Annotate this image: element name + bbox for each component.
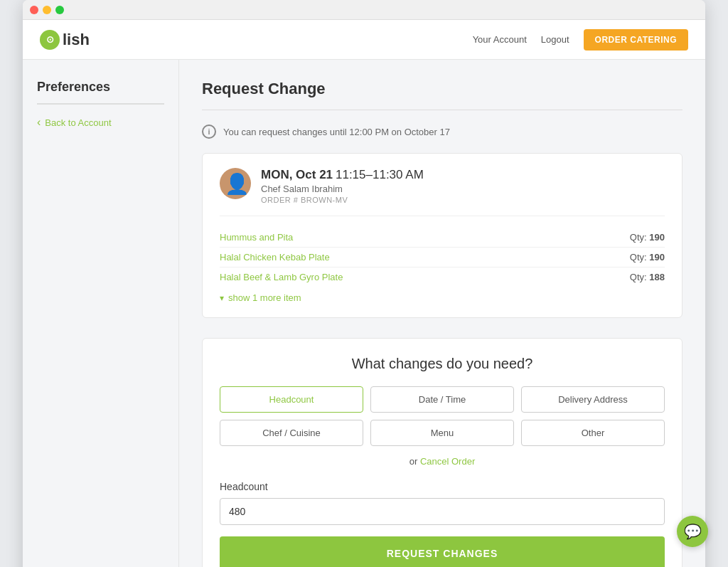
order-item: Hummus and Pita Qty: 190	[220, 228, 665, 248]
headcount-input[interactable]	[220, 498, 665, 525]
order-catering-button[interactable]: ORDER CATERING	[584, 29, 688, 51]
order-date-time: MON, Oct 21 11:15–11:30 AM	[261, 168, 424, 182]
logo-text: lish	[63, 31, 90, 49]
order-item: Halal Beef & Lamb Gyro Plate Qty: 188	[220, 267, 665, 287]
maximize-dot[interactable]	[55, 6, 64, 14]
other-button[interactable]: Other	[521, 420, 665, 446]
navbar: ⊙ lish Your Account Logout ORDER CATERIN…	[23, 20, 705, 60]
logout-link[interactable]: Logout	[541, 34, 569, 45]
info-icon: i	[202, 124, 216, 139]
info-text: You can request changes until 12:00 PM o…	[223, 127, 450, 137]
menu-button[interactable]: Menu	[370, 420, 514, 446]
order-info: MON, Oct 21 11:15–11:30 AM Chef Salam Ib…	[261, 168, 424, 204]
cancel-order-row: or Cancel Order	[220, 456, 665, 467]
changes-section: What changes do you need? Headcount Date…	[202, 338, 682, 567]
show-more-label: show 1 more item	[228, 292, 301, 303]
order-chef: Chef Salam Ibrahim	[261, 184, 424, 194]
item-qty: Qty: 190	[630, 252, 665, 263]
your-account-link[interactable]: Your Account	[473, 34, 527, 45]
chef-cuisine-button[interactable]: Chef / Cuisine	[220, 420, 363, 446]
sidebar-title: Preferences	[37, 80, 164, 95]
sidebar: Preferences ‹ Back to Account	[23, 60, 179, 567]
chevron-down-icon: ▾	[220, 293, 224, 303]
chat-icon: 💬	[684, 523, 702, 540]
back-to-account-link[interactable]: ‹ Back to Account	[37, 116, 164, 129]
order-date: MON, Oct 21	[261, 168, 333, 181]
content-area: Request Change i You can request changes…	[179, 60, 705, 567]
delivery-address-button[interactable]: Delivery Address	[521, 386, 665, 413]
order-items-list: Hummus and Pita Qty: 190 Halal Chicken K…	[220, 228, 665, 287]
logo: ⊙ lish	[40, 30, 90, 50]
show-more-button[interactable]: ▾ show 1 more item	[220, 292, 665, 303]
item-qty: Qty: 190	[630, 232, 665, 243]
nav-links: Your Account Logout ORDER CATERING	[473, 29, 688, 51]
back-arrow-icon: ‹	[37, 116, 41, 129]
change-buttons-grid: Headcount Date / Time Delivery Address C…	[220, 386, 665, 446]
headcount-section: Headcount	[220, 481, 665, 525]
app-window: ⊙ lish Your Account Logout ORDER CATERIN…	[23, 0, 705, 567]
minimize-dot[interactable]	[43, 6, 51, 14]
cancel-prefix: or	[410, 456, 420, 467]
chat-bubble-button[interactable]: 💬	[677, 516, 708, 547]
date-time-button[interactable]: Date / Time	[370, 386, 514, 413]
item-name: Halal Beef & Lamb Gyro Plate	[220, 272, 343, 282]
item-qty: Qty: 188	[630, 272, 665, 282]
close-dot[interactable]	[30, 6, 38, 14]
headcount-label: Headcount	[220, 481, 665, 492]
titlebar	[23, 0, 705, 20]
info-bar: i You can request changes until 12:00 PM…	[202, 124, 682, 139]
request-changes-button[interactable]: REQUEST CHANGES	[220, 536, 665, 567]
avatar	[220, 168, 251, 199]
page-title: Request Change	[202, 80, 682, 98]
order-number: ORDER # BROWN-MV	[261, 196, 424, 204]
logo-icon: ⊙	[40, 30, 60, 50]
item-name: Hummus and Pita	[220, 232, 293, 243]
content-divider	[202, 110, 682, 110]
cancel-order-link[interactable]: Cancel Order	[420, 456, 475, 467]
back-label: Back to Account	[45, 117, 111, 128]
order-card: MON, Oct 21 11:15–11:30 AM Chef Salam Ib…	[202, 153, 682, 318]
item-name: Halal Chicken Kebab Plate	[220, 252, 330, 263]
main-layout: Preferences ‹ Back to Account Request Ch…	[23, 60, 705, 567]
sidebar-divider	[37, 103, 164, 105]
order-time: 11:15–11:30 AM	[336, 168, 424, 181]
order-header: MON, Oct 21 11:15–11:30 AM Chef Salam Ib…	[220, 168, 665, 216]
order-item: Halal Chicken Kebab Plate Qty: 190	[220, 248, 665, 267]
changes-title: What changes do you need?	[220, 356, 665, 372]
headcount-button[interactable]: Headcount	[220, 386, 363, 413]
